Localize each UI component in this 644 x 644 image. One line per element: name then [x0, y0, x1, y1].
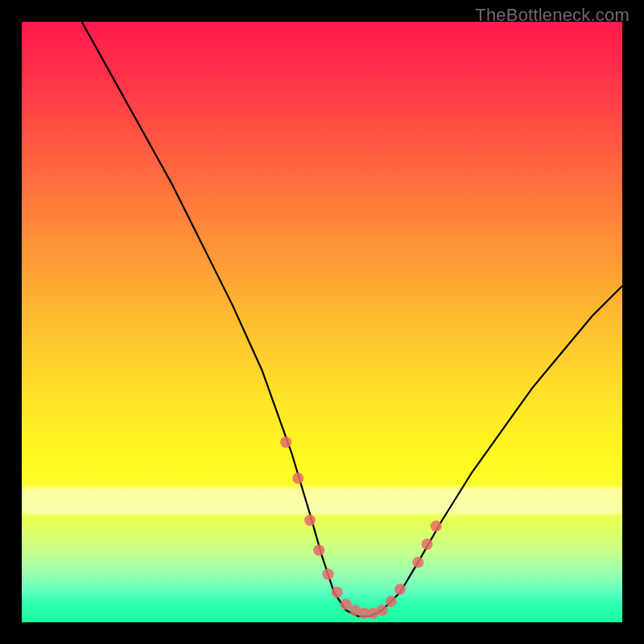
marker-dot	[280, 436, 291, 448]
marker-dot	[304, 514, 316, 526]
bottleneck-curve	[82, 22, 622, 617]
marker-dot	[412, 556, 423, 568]
marker-dot	[332, 587, 343, 598]
marker-dot	[431, 521, 442, 532]
chart-svg	[22, 22, 622, 622]
marker-dot	[394, 584, 406, 595]
chart-plot-area	[22, 22, 622, 622]
marker-group	[280, 436, 442, 619]
marker-dot	[323, 568, 334, 580]
watermark-text: TheBottleneck.com	[475, 5, 630, 26]
marker-dot	[386, 596, 397, 607]
marker-dot	[292, 473, 303, 484]
marker-dot	[313, 545, 324, 556]
marker-dot	[422, 539, 433, 550]
marker-dot	[377, 605, 388, 616]
